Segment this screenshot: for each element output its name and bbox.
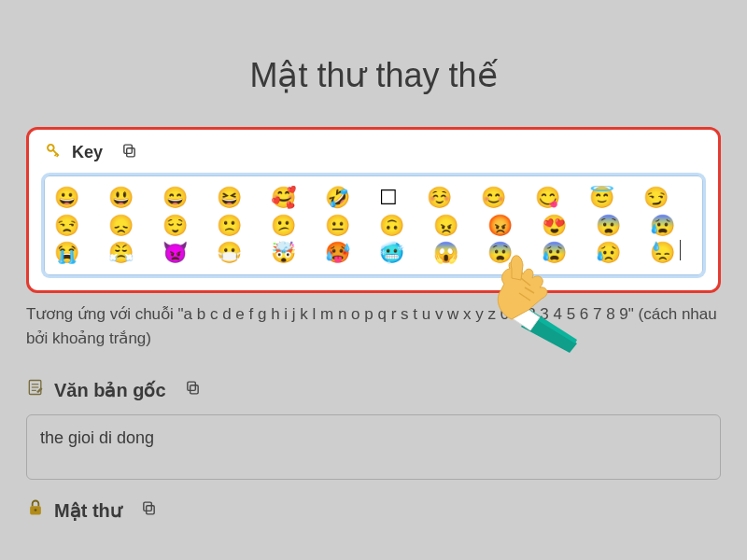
key-icon <box>44 141 63 164</box>
svg-rect-4 <box>127 147 135 156</box>
key-input[interactable]: 😀 😃 😄 😆 🥰 🤣 ☐ ☺ 😊 😋 😇 😏 😒 😞 😌 🙁 😕 😐 🙃 😠 … <box>44 175 703 275</box>
copy-key-button[interactable] <box>121 143 137 163</box>
original-value: the gioi di dong <box>40 428 154 447</box>
lock-icon <box>26 498 45 522</box>
cipher-header: Mật thư <box>26 498 721 522</box>
original-section: Văn bản gốc the gioi di dong <box>26 378 721 480</box>
cipher-label: Mật thư <box>54 499 122 522</box>
text-caret <box>680 240 681 260</box>
key-header: Key <box>44 141 703 164</box>
original-label: Văn bản gốc <box>54 379 166 401</box>
document-icon <box>26 378 45 401</box>
page-title: Mật thư thay thế <box>26 56 721 95</box>
original-header: Văn bản gốc <box>26 378 721 401</box>
key-label: Key <box>72 143 103 162</box>
svg-rect-11 <box>187 382 195 390</box>
key-hint: Tương ứng với chuỗi "a b c d e f g h i j… <box>26 302 721 350</box>
key-panel: Key 😀 😃 😄 😆 🥰 🤣 ☐ ☺ 😊 😋 😇 😏 😒 😞 😌 🙁 😕 😐 … <box>26 127 721 293</box>
copy-cipher-button[interactable] <box>141 499 157 521</box>
key-value: 😀 😃 😄 😆 🥰 🤣 ☐ ☺ 😊 😋 😇 😏 😒 😞 😌 🙁 😕 😐 🙃 😠 … <box>54 186 677 264</box>
original-input[interactable]: the gioi di dong <box>26 414 721 480</box>
svg-rect-5 <box>124 145 133 153</box>
svg-rect-14 <box>146 506 154 514</box>
svg-point-13 <box>35 509 37 511</box>
cipher-page: Mật thư thay thế Key <box>0 0 747 560</box>
copy-original-button[interactable] <box>185 379 201 400</box>
svg-rect-15 <box>144 502 152 511</box>
svg-rect-10 <box>190 385 198 394</box>
